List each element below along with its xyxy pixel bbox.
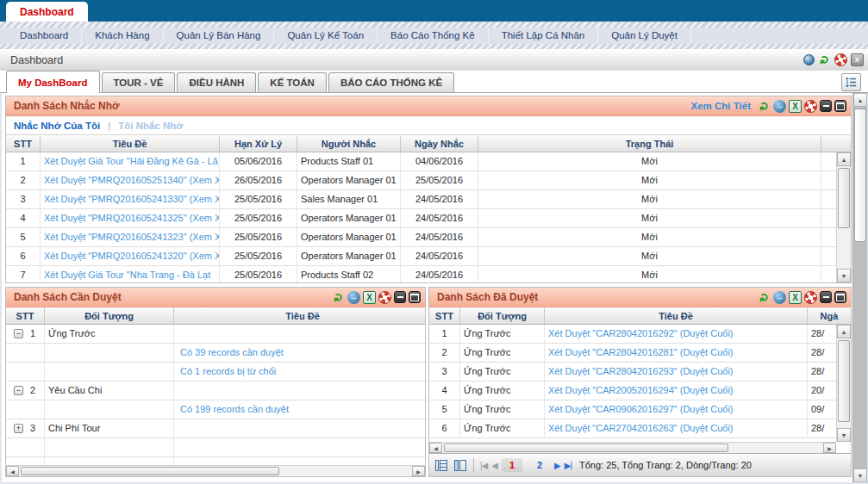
pending-count-link[interactable]: Có 39 records cần duyệt xyxy=(180,347,284,357)
reminder-link[interactable]: Xét Duyệt "PMRQ201605241320" (Xem X xyxy=(44,251,220,261)
tab-0[interactable]: My DashBoard xyxy=(6,71,100,93)
collapse-icon[interactable]: − xyxy=(14,386,23,395)
scroll-down-button[interactable]: ▼ xyxy=(853,468,867,482)
excel-export-icon[interactable] xyxy=(789,291,802,304)
pager-prev-button[interactable]: ◀ xyxy=(491,461,497,470)
grid-horizontal-scrollbar[interactable]: ◀ ▶ xyxy=(429,442,836,453)
refresh-icon[interactable] xyxy=(818,53,831,66)
table-row[interactable]: −1Ứng Trước xyxy=(6,325,425,344)
table-row[interactable]: +3Chi Phí Tour xyxy=(6,419,425,438)
reminder-link[interactable]: Xét Duyệt "PMRQ201605251340" (Xem X xyxy=(44,175,220,185)
collapse-icon[interactable]: − xyxy=(14,329,23,338)
pending-count-link[interactable]: Có 1 records bị từ chối xyxy=(180,366,276,376)
scroll-down-button[interactable]: ▼ xyxy=(837,269,851,282)
excel-export-icon[interactable] xyxy=(789,100,802,113)
window-tab-dashboard[interactable]: Dashboard xyxy=(6,2,88,22)
column-header-5[interactable]: Trạng Thái xyxy=(478,136,821,152)
scroll-up-button[interactable]: ▲ xyxy=(853,93,867,107)
close-icon[interactable] xyxy=(851,53,864,66)
table-row[interactable]: Có 1 records bị từ chối xyxy=(6,363,425,382)
filter-my-reminders[interactable]: Nhắc Nhở Của Tôi xyxy=(14,121,100,131)
reminder-link[interactable]: Xét Duyệt "PMRQ201605241323" (Xem X xyxy=(44,232,220,242)
table-row[interactable]: 1Xét Duyệt Giá Tour "Hải Đăng Kê Gà - Lâ… xyxy=(6,152,836,171)
reminder-link[interactable]: Xét Duyệt "PMRQ201605241330" (Xem X xyxy=(44,194,220,204)
table-row[interactable]: −2Yêu Cầu Chi xyxy=(6,382,425,400)
maximize-icon[interactable] xyxy=(834,291,846,303)
grid-horizontal-scrollbar[interactable]: ◀ ▶ xyxy=(6,465,425,476)
column-header-0[interactable]: STT xyxy=(6,136,41,152)
scroll-thumb[interactable] xyxy=(838,340,850,422)
table-row[interactable]: 2Ứng TrướcXét Duyệt "CAR28042016281" (Du… xyxy=(429,344,836,363)
pager-next-button[interactable]: ▶ xyxy=(554,461,560,470)
scroll-up-button[interactable]: ▲ xyxy=(837,325,851,338)
table-row[interactable]: 3Ứng TrướcXét Duyệt "CAR28042016293" (Du… xyxy=(429,363,836,382)
table-row[interactable]: 5Xét Duyệt "PMRQ201605241323" (Xem X25/0… xyxy=(6,228,836,247)
tab-1[interactable]: TOUR - VÉ xyxy=(102,72,176,92)
tab-4[interactable]: BÁO CÁO THỐNG KÊ xyxy=(328,72,454,92)
menu-item-5[interactable]: Thiết Lập Cá Nhân xyxy=(489,28,599,44)
grid-vertical-scrollbar[interactable]: ▲ ▼ xyxy=(836,325,851,442)
table-row[interactable]: Có 199 records cần duyệt xyxy=(6,400,425,419)
pin-globe-icon[interactable] xyxy=(803,54,815,65)
tab-3[interactable]: KẾ TOÁN xyxy=(258,72,327,92)
maximize-icon[interactable] xyxy=(834,100,846,112)
table-row[interactable]: 7Xét Duyệt Giá Tour "Nha Trang - Đà Lạt2… xyxy=(6,266,836,282)
column-header-3[interactable]: Ngà xyxy=(808,307,851,324)
column-header-3[interactable]: Người Nhắc xyxy=(297,136,401,152)
tab-2[interactable]: ĐIỀU HÀNH xyxy=(177,72,256,92)
table-row[interactable]: 4Xét Duyệt "PMRQ201605241325" (Xem X25/0… xyxy=(6,209,836,228)
menu-item-3[interactable]: Quản Lý Kế Toán xyxy=(274,28,378,44)
scroll-up-button[interactable]: ▲ xyxy=(837,152,851,166)
column-header-4[interactable]: Ngày Nhắc xyxy=(401,136,478,152)
column-header-0[interactable]: STT xyxy=(429,307,460,324)
menu-item-4[interactable]: Báo Cáo Thống Kê xyxy=(378,28,489,44)
scroll-thumb[interactable] xyxy=(21,467,279,475)
minimize-icon[interactable] xyxy=(394,291,406,303)
table-row[interactable]: 5Ứng TrướcXét Duyệt "CAR09062016297" (Du… xyxy=(429,400,836,419)
approved-link[interactable]: Xét Duyệt "CAR27042016263" (Duyệt Cuối) xyxy=(548,423,733,433)
approved-link[interactable]: Xét Duyệt "CAR20052016294" (Duyệt Cuối) xyxy=(548,385,733,395)
pending-count-link[interactable]: Có 199 records cần duyệt xyxy=(180,404,289,414)
popout-icon[interactable] xyxy=(773,100,786,113)
help-icon[interactable] xyxy=(378,291,391,304)
table-row[interactable]: 4Ứng TrướcXét Duyệt "CAR20052016294" (Du… xyxy=(429,382,836,400)
menu-item-2[interactable]: Quản Lý Bán Hàng xyxy=(164,28,275,44)
page-vertical-scrollbar[interactable]: ▲ ▼ xyxy=(852,93,867,482)
table-row[interactable]: 6Xét Duyệt "PMRQ201605241320" (Xem X25/0… xyxy=(6,247,836,266)
help-icon[interactable] xyxy=(804,291,817,304)
column-header-0[interactable]: STT xyxy=(6,307,45,324)
column-header-2[interactable]: Tiêu Đề xyxy=(545,307,808,324)
table-row[interactable]: 3Xét Duyệt "PMRQ201605241330" (Xem X25/0… xyxy=(6,190,836,209)
pager-first-button[interactable]: |◀ xyxy=(480,461,487,470)
filter-i-remind[interactable]: Tôi Nhắc Nhở xyxy=(118,121,183,131)
menu-item-6[interactable]: Quản Lý Duyệt xyxy=(598,28,691,44)
pager-grid-icon[interactable] xyxy=(434,458,448,473)
pager-page-1[interactable]: 1 xyxy=(502,458,522,472)
popout-icon[interactable] xyxy=(347,291,360,304)
view-detail-link[interactable]: Xem Chi Tiết xyxy=(691,101,751,111)
approved-link[interactable]: Xét Duyệt "CAR09062016297" (Duyệt Cuối) xyxy=(548,404,733,414)
minimize-icon[interactable] xyxy=(820,291,832,303)
layout-settings-button[interactable] xyxy=(841,73,861,91)
scroll-down-button[interactable]: ▼ xyxy=(837,428,851,442)
table-row[interactable]: Có 39 records cần duyệt xyxy=(6,344,425,363)
table-row[interactable] xyxy=(6,438,425,457)
approved-link[interactable]: Xét Duyệt "CAR28042016281" (Duyệt Cuối) xyxy=(548,347,733,357)
refresh-icon[interactable] xyxy=(758,100,771,113)
scroll-right-button[interactable]: ▶ xyxy=(412,466,425,476)
expand-icon[interactable]: + xyxy=(14,424,23,433)
approved-link[interactable]: Xét Duyệt "CAR28042016293" (Duyệt Cuối) xyxy=(548,366,733,376)
scroll-thumb[interactable] xyxy=(444,444,728,452)
refresh-icon[interactable] xyxy=(332,291,345,304)
reminder-link[interactable]: Xét Duyệt Giá Tour "Hải Đăng Kê Gà - Lâ xyxy=(44,156,218,166)
help-icon[interactable] xyxy=(834,53,847,66)
menu-item-0[interactable]: Dashboard xyxy=(7,28,82,44)
popout-icon[interactable] xyxy=(773,291,786,304)
help-icon[interactable] xyxy=(804,100,817,113)
column-header-1[interactable]: Đối Tượng xyxy=(45,307,174,324)
table-row[interactable] xyxy=(6,457,425,465)
table-row[interactable]: 6Ứng TrướcXét Duyệt "CAR27042016263" (Du… xyxy=(429,419,836,438)
scroll-right-button[interactable]: ▶ xyxy=(823,443,836,453)
scroll-left-button[interactable]: ◀ xyxy=(6,466,19,476)
pager-page-2[interactable]: 2 xyxy=(529,458,550,472)
